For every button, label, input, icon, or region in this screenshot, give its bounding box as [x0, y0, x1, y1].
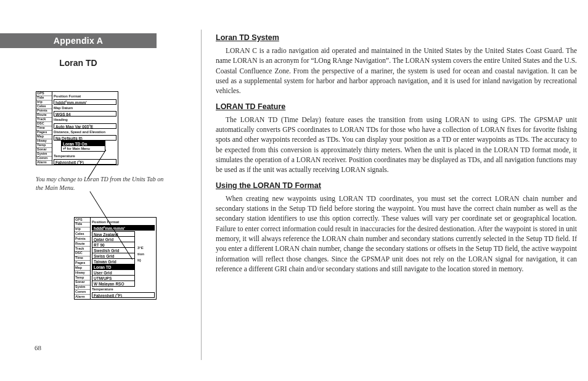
format-option: Loran TD — [92, 264, 135, 270]
menu-tab: Sonar — [36, 148, 52, 152]
menu-tab: Temp — [75, 276, 90, 281]
format-option: User Grid — [92, 270, 135, 276]
label-temperature: Temperature — [54, 154, 116, 158]
paragraph: When creating new waypoints using LORAN … — [216, 194, 577, 274]
label-position-format-2: Position Format — [92, 220, 155, 224]
fragment-text: 3°E — [137, 246, 144, 251]
menu-tab: Systm — [36, 152, 52, 157]
field-position-format-2: hddd°mm.mmm' — [92, 225, 155, 231]
field-distance: Na Defaults lt) — [54, 135, 116, 141]
menu-tab: Points — [75, 237, 90, 242]
format-option: UTM/UPS — [92, 276, 135, 281]
menu-tab: Alarm — [36, 161, 52, 165]
format-option: Qatar Grid — [92, 237, 135, 242]
menu-tab: Time — [36, 126, 52, 131]
format-option: New Zealand — [92, 231, 135, 237]
menu-tab: Pages — [36, 131, 52, 135]
heading-using-loran-td-format: Using the LORAN TD Format — [216, 181, 577, 190]
heading-loran-td-feature: LORAN TD Feature — [216, 102, 577, 111]
label-map-datum: Map Datum — [54, 106, 116, 110]
format-option: W Malayan RSO — [92, 281, 135, 287]
menu-tab: trip — [36, 100, 52, 105]
appendix-header: Appendix A — [0, 33, 157, 48]
menu-tab: Track — [75, 247, 90, 252]
popup-loran-td-on: Loran TD On — [61, 141, 105, 146]
popup-main-menu-hint: ⏎ for Main Menu — [61, 146, 105, 152]
paragraph: The LORAN TD (Time Delay) feature eases … — [216, 115, 577, 175]
page-number: 68 — [35, 344, 41, 351]
paragraph: LORAN C is a radio navigation aid operat… — [216, 46, 577, 96]
format-option: RT 90 — [92, 242, 135, 248]
label-position-format: Position Format — [54, 94, 116, 99]
menu-tab: DSC — [36, 122, 52, 126]
fragment-text: tion — [137, 252, 144, 257]
field-temperature: Fahrenheit (°F) — [54, 159, 116, 165]
menu-tab: Pages — [75, 261, 90, 266]
menu-tab: Tide — [75, 223, 90, 227]
menu-tab: Map — [75, 266, 90, 271]
menu-tab: GPS — [36, 92, 52, 96]
menu-tab: Map — [36, 135, 52, 139]
field-position-format: hddd°mm.mmm' — [54, 99, 116, 105]
menu-tab: Time — [75, 256, 90, 261]
menu-tab: Hiway — [36, 139, 52, 144]
menu-tab: Sonar — [75, 281, 90, 285]
figure-units-menu: GPSTidetripCelesPointsRouteTrackDSCTimeP… — [36, 91, 118, 165]
section-title: Loran TD — [0, 58, 157, 68]
menu-tab: Track — [36, 118, 52, 122]
menu-tab: GPS — [75, 218, 90, 223]
menu-tab: Celes — [36, 105, 52, 109]
label-temperature-2: Temperature — [92, 287, 113, 292]
menu-tab: trip — [75, 227, 90, 232]
menu-tab: Comm — [75, 290, 90, 295]
menu-tab: Route — [36, 113, 52, 118]
figure-caption: You may change to Loran TD from the Unit… — [36, 175, 166, 192]
label-distance: Distance, Speed and Elevation — [54, 130, 116, 134]
field-temperature-2: Fahrenheit (°F) — [92, 292, 155, 298]
menu-tab: Celes — [75, 232, 90, 237]
menu-tab: Hiway — [75, 271, 90, 276]
menu-tab: Route — [75, 242, 90, 247]
menu-tab: Temp — [36, 144, 52, 148]
fragment-text: lt) — [137, 258, 141, 263]
menu-tab: Comm — [36, 157, 52, 161]
menu-tab: Systm — [75, 285, 90, 290]
menu-tab: DSC — [75, 252, 90, 256]
menu-tab: Points — [36, 109, 52, 113]
field-map-datum: WGS 84 — [54, 111, 116, 117]
label-heading: Heading — [54, 118, 116, 122]
menu-tab: Tide — [36, 96, 52, 100]
figure-position-format-popup: GPSTidetripCelesPointsRouteTrackDSCTimeP… — [74, 217, 157, 300]
menu-tab: Alarm — [75, 295, 90, 299]
format-option: Taiwan Grid — [92, 259, 135, 264]
field-heading: Auto Mag Var 003°E — [54, 123, 116, 129]
heading-loran-td-system: Loran TD System — [216, 33, 577, 42]
